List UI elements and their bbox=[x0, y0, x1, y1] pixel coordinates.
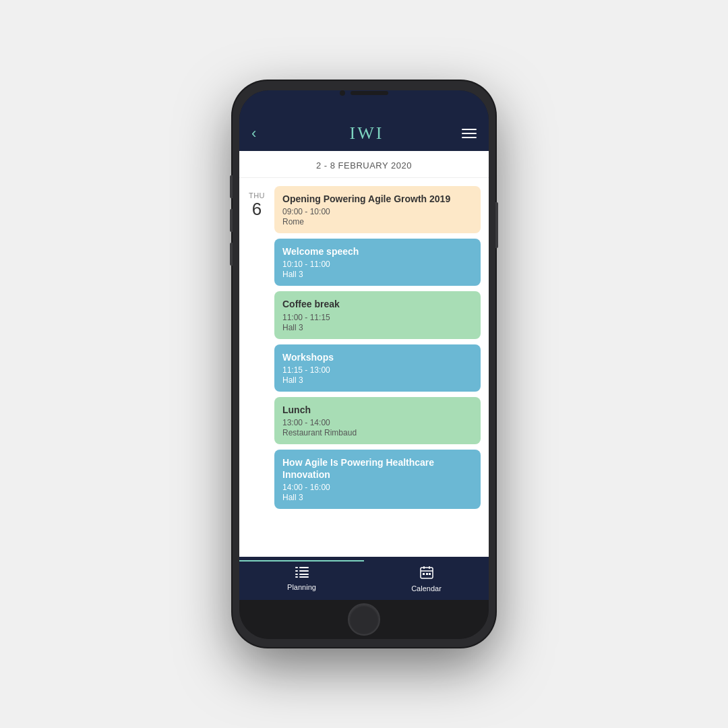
day-label: THU 6 bbox=[239, 186, 274, 509]
event-card[interactable]: Opening Powering Agile Growth 201909:00 … bbox=[274, 186, 481, 233]
home-button-area bbox=[239, 600, 489, 639]
svg-rect-13 bbox=[426, 573, 428, 575]
event-card[interactable]: How Agile Is Powering Healthcare Innovat… bbox=[274, 450, 481, 509]
event-title: Workshops bbox=[282, 351, 473, 363]
hamburger-line-2 bbox=[462, 133, 477, 134]
event-card[interactable]: Coffee break11:00 - 11:15Hall 3 bbox=[274, 291, 481, 338]
svg-rect-14 bbox=[429, 573, 431, 575]
top-nav: ‹ IWI bbox=[239, 116, 489, 151]
hamburger-line-1 bbox=[462, 129, 477, 130]
event-time: 13:00 - 14:00 bbox=[282, 418, 473, 427]
event-time: 10:10 - 11:00 bbox=[282, 260, 473, 269]
phone-screen: ‹ IWI 2 - 8 FEBRUARY 2020 THU 6 O bbox=[239, 90, 489, 639]
app-logo: IWI bbox=[350, 123, 384, 144]
event-card[interactable]: Workshops11:15 - 13:00Hall 3 bbox=[274, 344, 481, 392]
calendar-icon bbox=[420, 566, 433, 582]
home-button[interactable] bbox=[348, 603, 380, 636]
svg-rect-0 bbox=[295, 567, 298, 568]
status-bar bbox=[239, 90, 489, 116]
svg-rect-3 bbox=[299, 570, 309, 572]
svg-rect-2 bbox=[295, 570, 298, 572]
nav-tab-planning[interactable]: Planning bbox=[239, 560, 364, 597]
camera-icon bbox=[340, 90, 345, 96]
date-range-header: 2 - 8 FEBRUARY 2020 bbox=[239, 151, 489, 178]
main-content: 2 - 8 FEBRUARY 2020 THU 6 Opening Poweri… bbox=[239, 151, 489, 557]
svg-rect-7 bbox=[299, 576, 309, 578]
back-button[interactable]: ‹ bbox=[251, 125, 272, 142]
svg-rect-4 bbox=[295, 574, 298, 575]
svg-rect-12 bbox=[423, 573, 425, 575]
event-card[interactable]: Welcome speech10:10 - 11:00Hall 3 bbox=[274, 239, 481, 286]
bottom-nav: Planning Calendar bbox=[239, 557, 489, 600]
day-number: 6 bbox=[252, 200, 262, 219]
event-title: Coffee break bbox=[282, 298, 473, 310]
event-location: Hall 3 bbox=[282, 323, 473, 332]
svg-rect-1 bbox=[299, 567, 309, 568]
event-title: Lunch bbox=[282, 404, 473, 416]
svg-rect-6 bbox=[295, 576, 298, 578]
event-card[interactable]: Lunch13:00 - 14:00Restaurant Rimbaud bbox=[274, 397, 481, 444]
schedule-area: THU 6 Opening Powering Agile Growth 2019… bbox=[239, 178, 489, 517]
event-time: 14:00 - 16:00 bbox=[282, 483, 473, 492]
notch bbox=[340, 90, 388, 96]
event-location: Hall 3 bbox=[282, 493, 473, 502]
nav-tab-label-calendar: Calendar bbox=[411, 584, 442, 593]
menu-button[interactable] bbox=[462, 129, 477, 138]
svg-rect-5 bbox=[299, 574, 309, 575]
event-location: Rome bbox=[282, 217, 473, 226]
nav-tab-label-planning: Planning bbox=[287, 583, 316, 591]
phone-device: ‹ IWI 2 - 8 FEBRUARY 2020 THU 6 O bbox=[233, 81, 495, 647]
events-list: Opening Powering Agile Growth 201909:00 … bbox=[274, 186, 481, 509]
event-title: Welcome speech bbox=[282, 245, 473, 257]
event-time: 11:00 - 11:15 bbox=[282, 313, 473, 322]
list-icon bbox=[295, 567, 309, 581]
speaker bbox=[351, 91, 388, 95]
nav-tab-calendar[interactable]: Calendar bbox=[364, 559, 489, 598]
event-time: 09:00 - 10:00 bbox=[282, 207, 473, 216]
event-title: How Agile Is Powering Healthcare Innovat… bbox=[282, 456, 473, 481]
event-time: 11:15 - 13:00 bbox=[282, 365, 473, 375]
hamburger-line-3 bbox=[462, 137, 477, 138]
event-title: Opening Powering Agile Growth 2019 bbox=[282, 193, 473, 205]
event-location: Hall 3 bbox=[282, 270, 473, 279]
event-location: Restaurant Rimbaud bbox=[282, 428, 473, 437]
event-location: Hall 3 bbox=[282, 375, 473, 385]
